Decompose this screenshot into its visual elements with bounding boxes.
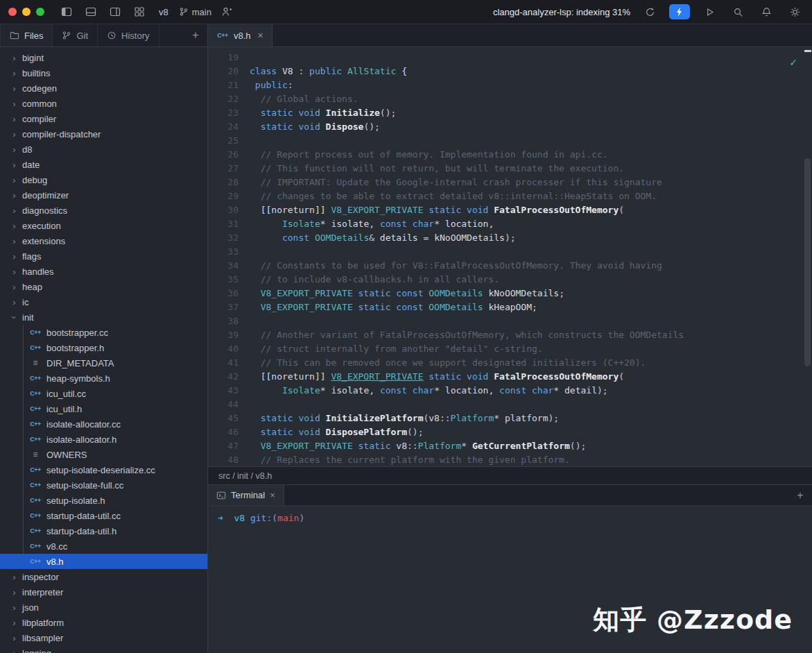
tree-file-setup-isolate-full.cc[interactable]: C++setup-isolate-full.cc (0, 477, 207, 493)
code-line[interactable]: 34 // Constants to be used for V8::Fatal… (208, 259, 812, 273)
grid-icon[interactable] (130, 3, 148, 20)
tree-folder-debug[interactable]: ›debug (0, 172, 207, 187)
tree-folder-deoptimizer[interactable]: ›deoptimizer (0, 187, 207, 203)
code-line[interactable]: 47 V8_EXPORT_PRIVATE static v8::Platform… (208, 439, 812, 453)
tree-file-setup-isolate-deserialize.cc[interactable]: C++setup-isolate-deserialize.cc (0, 462, 207, 477)
tree-folder-heap[interactable]: ›heap (0, 279, 207, 294)
assistant-button[interactable] (669, 4, 690, 19)
tree-folder-codegen[interactable]: ›codegen (0, 80, 207, 96)
tree-folder-builtins[interactable]: ›builtins (0, 65, 207, 80)
code-line[interactable]: 19 (208, 51, 812, 65)
lsp-status[interactable]: clangd-analyzer-lsp: indexing 31% (493, 7, 630, 17)
branch-button[interactable]: main (179, 7, 211, 17)
code-line[interactable]: 23 static void Initialize(); (208, 106, 812, 120)
code-line[interactable]: 26 // Report process out of memory. Impl… (208, 148, 812, 162)
code-line[interactable]: 42 [[noreturn]] V8_EXPORT_PRIVATE static… (208, 370, 812, 384)
tree-folder-flags[interactable]: ›flags (0, 248, 207, 264)
tree-file-bootstrapper.h[interactable]: C++bootstrapper.h (0, 340, 207, 355)
code-line[interactable]: 44 (208, 398, 812, 412)
code-line[interactable]: 45 static void InitializePlatform(v8::Pl… (208, 412, 812, 425)
breadcrumb[interactable]: src / init / v8.h (208, 466, 812, 484)
gear-icon[interactable] (786, 3, 804, 20)
tree-file-heap-symbols.h[interactable]: C++heap-symbols.h (0, 371, 207, 386)
terminal-tab[interactable]: Terminal × (208, 485, 284, 505)
code-line[interactable]: 39 // Another variant of FatalProcessOut… (208, 328, 812, 342)
tree-folder-json[interactable]: ›json (0, 600, 207, 615)
run-icon[interactable] (700, 3, 718, 20)
tab-history[interactable]: History (98, 24, 159, 46)
scrollbar-thumb[interactable] (804, 158, 811, 366)
tree-folder-compiler[interactable]: ›compiler (0, 111, 207, 126)
bell-icon[interactable] (757, 3, 775, 20)
tree-file-icu_util.cc[interactable]: C++icu_util.cc (0, 386, 207, 401)
code-line[interactable]: 30 [[noreturn]] V8_EXPORT_PRIVATE static… (208, 203, 812, 217)
editor-scrollbar[interactable] (803, 47, 812, 466)
tree-file-startup-data-util.cc[interactable]: C++startup-data-util.cc (0, 508, 207, 523)
tree-folder-execution[interactable]: ›execution (0, 218, 207, 233)
tree-folder-handles[interactable]: ›handles (0, 264, 207, 279)
search-icon[interactable] (729, 3, 747, 20)
code-line[interactable]: 48 // Replaces the current platform with… (208, 453, 812, 466)
code-line[interactable]: 24 static void Dispose(); (208, 120, 812, 134)
code-line[interactable]: 27 // This function will not return, but… (208, 162, 812, 176)
tree-file-isolate-allocator.cc[interactable]: C++isolate-allocator.cc (0, 416, 207, 432)
code-line[interactable]: 32 const OOMDetails& details = kNoOOMDet… (208, 231, 812, 245)
tree-folder-bigint[interactable]: ›bigint (0, 50, 207, 65)
tab-files[interactable]: Files (0, 24, 53, 46)
toggle-bottom-dock-icon[interactable] (82, 3, 100, 20)
tree-folder-inspector[interactable]: ›inspector (0, 569, 207, 584)
code-line[interactable]: 22 // Global actions. (208, 92, 812, 106)
code-line[interactable]: 36 V8_EXPORT_PRIVATE static const OOMDet… (208, 287, 812, 300)
code-editor[interactable]: 1920class V8 : public AllStatic {21 publ… (208, 47, 812, 466)
code-line[interactable]: 29 // changes to be able to extract deta… (208, 189, 812, 203)
tree-file-bootstrapper.cc[interactable]: C++bootstrapper.cc (0, 325, 207, 340)
tab-git[interactable]: Git (53, 24, 98, 46)
code-line[interactable]: 37 V8_EXPORT_PRIVATE static const OOMDet… (208, 300, 812, 314)
tree-file-v8.cc[interactable]: C++v8.cc (0, 538, 207, 554)
code-line[interactable]: 41 // This can be removed once we suppor… (208, 356, 812, 370)
code-line[interactable]: 25 (208, 134, 812, 148)
editor-tab-v8h[interactable]: C++ v8.h × (208, 24, 273, 46)
close-window-button[interactable] (8, 8, 17, 16)
tree-folder-diagnostics[interactable]: ›diagnostics (0, 203, 207, 218)
panel-plus-button[interactable]: + (184, 24, 207, 46)
project-name[interactable]: v8 (155, 7, 173, 17)
code-line[interactable]: 35 // to include v8-callbacks.h in all c… (208, 273, 812, 287)
code-line[interactable]: 40 // struct internally from another "de… (208, 342, 812, 356)
tree-file-isolate-allocator.h[interactable]: C++isolate-allocator.h (0, 432, 207, 447)
tree-folder-libplatform[interactable]: ›libplatform (0, 615, 207, 630)
tree-folder-compiler-dispatcher[interactable]: ›compiler-dispatcher (0, 126, 207, 142)
code-line[interactable]: 43 Isolate* isolate, const char* locatio… (208, 384, 812, 398)
toggle-left-dock-icon[interactable] (58, 3, 76, 20)
code-line[interactable]: 38 (208, 314, 812, 328)
new-terminal-button[interactable]: + (788, 489, 812, 502)
tree-folder-extensions[interactable]: ›extensions (0, 233, 207, 248)
tree-folder-d8[interactable]: ›d8 (0, 142, 207, 157)
tree-folder-libsampler[interactable]: ›libsampler (0, 630, 207, 645)
tree-folder-interpreter[interactable]: ›interpreter (0, 584, 207, 600)
close-terminal-icon[interactable]: × (270, 490, 275, 500)
tree-folder-init[interactable]: ›init (0, 309, 207, 325)
tree-file-startup-data-util.h[interactable]: C++startup-data-util.h (0, 523, 207, 538)
diagnostics-check-icon[interactable]: ✓ (790, 56, 797, 69)
minimize-window-button[interactable] (22, 8, 31, 16)
tree-file-icu_util.h[interactable]: C++icu_util.h (0, 401, 207, 416)
code-line[interactable]: 31 Isolate* isolate, const char* locatio… (208, 217, 812, 231)
toggle-right-dock-icon[interactable] (106, 3, 124, 20)
code-line[interactable]: 33 (208, 245, 812, 259)
zoom-window-button[interactable] (36, 8, 44, 16)
code-line[interactable]: 46 static void DisposePlatform(); (208, 425, 812, 439)
code-line[interactable]: 21 public: (208, 78, 812, 92)
tree-folder-common[interactable]: ›common (0, 96, 207, 111)
code-line[interactable]: 28 // IMPORTANT: Update the Google-inter… (208, 176, 812, 189)
tree-folder-logging[interactable]: ›logging (0, 645, 207, 653)
tree-folder-ic[interactable]: ›ic (0, 294, 207, 309)
tree-file-OWNERS[interactable]: ≡OWNERS (0, 447, 207, 462)
tree-file-setup-isolate.h[interactable]: C++setup-isolate.h (0, 493, 207, 508)
tree-file-DIR_METADATA[interactable]: ≡DIR_METADATA (0, 355, 207, 371)
tree-file-v8.h[interactable]: C++v8.h (0, 554, 207, 569)
tree-folder-date[interactable]: ›date (0, 157, 207, 172)
close-tab-icon[interactable]: × (258, 30, 264, 41)
code-line[interactable]: 20class V8 : public AllStatic { (208, 65, 812, 78)
collab-icon[interactable] (218, 3, 236, 20)
